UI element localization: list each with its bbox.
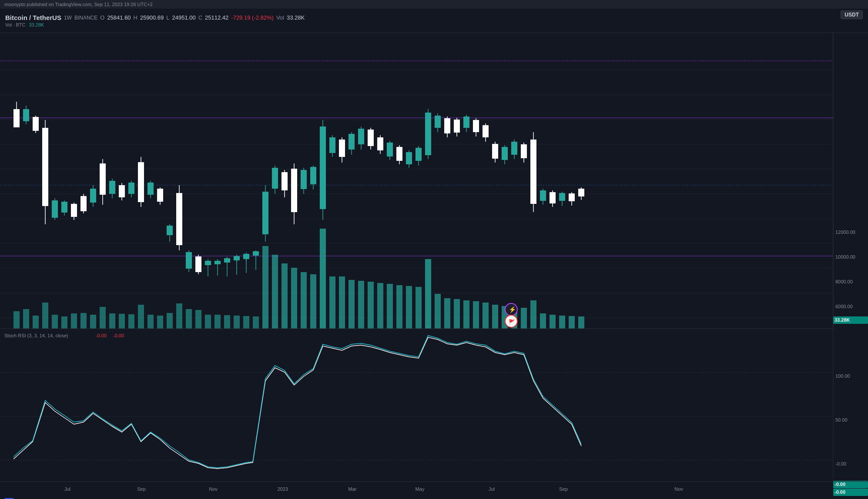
publisher-bar: moonypto published on TradingView.com, S… [0,0,868,9]
svg-rect-181 [128,314,134,329]
svg-rect-3 [0,33,868,499]
svg-rect-187 [186,309,192,329]
svg-text:Nov: Nov [674,486,683,492]
open-label: O [100,14,104,21]
svg-text:Jul: Jul [489,486,495,492]
svg-rect-172 [42,303,48,329]
svg-text:Sep: Sep [137,486,146,492]
svg-rect-80 [176,193,182,245]
svg-rect-189 [205,315,211,329]
svg-rect-199 [301,272,307,329]
svg-text:-0.00: -0.00 [835,461,846,466]
svg-text:Jul: Jul [64,486,70,492]
svg-rect-68 [119,185,125,197]
svg-text:10000.00: 10000.00 [835,254,855,259]
svg-rect-142 [454,120,460,133]
svg-text:Nov: Nov [209,486,218,492]
svg-text:6000.00: 6000.00 [835,304,853,309]
svg-rect-203 [339,276,345,329]
svg-text:🚩: 🚩 [509,319,515,325]
svg-rect-156 [521,144,527,158]
vol-label: Vol [276,14,284,21]
svg-rect-164 [559,193,565,201]
svg-text:Sep: Sep [559,486,568,492]
svg-rect-210 [406,286,412,329]
svg-rect-224 [540,313,546,329]
info-bar: Bitcoin / TetherUS 1W BINANCE O 25841.60… [0,9,868,33]
svg-text:⚡: ⚡ [509,306,516,313]
svg-rect-146 [473,120,479,132]
svg-rect-150 [492,144,498,159]
open-value: 25841.60 [107,14,131,21]
svg-rect-184 [157,316,163,329]
svg-rect-174 [61,316,67,329]
svg-rect-245 [833,329,868,499]
svg-rect-82 [186,252,192,269]
svg-rect-175 [71,313,77,329]
svg-rect-228 [578,316,584,329]
svg-rect-74 [147,183,154,195]
vol-value: 33.28K [287,14,305,21]
svg-rect-84 [195,256,201,272]
svg-rect-86 [205,261,211,265]
svg-rect-58 [71,204,77,217]
svg-rect-214 [444,298,450,329]
svg-rect-120 [349,134,355,150]
svg-text:-0.00: -0.00 [113,333,124,338]
svg-rect-152 [502,147,508,160]
svg-rect-182 [138,305,144,329]
svg-rect-70 [128,183,134,194]
close-label: C [198,14,202,21]
svg-rect-60 [80,196,87,211]
svg-rect-148 [483,125,489,137]
symbol-name: Bitcoin / TetherUS [5,14,61,21]
exchange: BINANCE [74,15,97,21]
high-value: 25900.69 [140,14,164,21]
svg-rect-72 [138,162,144,202]
svg-text:12000.00: 12000.00 [835,230,855,235]
price-change: -729.19 (-2.82%) [231,14,274,21]
svg-rect-118 [339,140,345,157]
svg-rect-186 [176,303,182,329]
svg-rect-191 [224,315,230,329]
svg-rect-198 [291,268,297,329]
svg-text:50.00: 50.00 [835,417,848,422]
svg-rect-48 [23,109,29,121]
svg-rect-218 [483,303,489,329]
svg-rect-76 [157,189,163,202]
low-value: 24951.00 [172,14,195,21]
svg-rect-138 [435,116,441,128]
svg-rect-179 [109,313,115,329]
svg-rect-215 [454,299,460,329]
svg-rect-144 [463,116,469,128]
svg-rect-197 [282,263,288,329]
publisher-text: moonypto published on TradingView.com, S… [4,2,153,7]
svg-rect-222 [521,308,527,329]
main-chart-svg: 36000.00 34000.00 32000.00 30000.00 2800… [0,33,868,499]
svg-rect-166 [569,193,575,201]
svg-rect-56 [61,202,67,213]
svg-rect-192 [234,316,240,329]
svg-rect-116 [329,137,335,153]
svg-rect-193 [243,316,249,329]
svg-rect-128 [387,143,393,156]
svg-rect-178 [100,307,106,329]
svg-rect-216 [463,300,469,329]
svg-rect-46 [13,109,20,127]
svg-rect-108 [291,169,297,212]
timeframe: 1W [64,15,72,21]
svg-rect-212 [425,259,431,329]
svg-rect-176 [80,313,87,329]
svg-text:Mar: Mar [349,486,357,492]
svg-rect-194 [253,316,259,329]
svg-rect-112 [310,167,316,184]
svg-rect-188 [195,310,201,329]
svg-rect-205 [358,281,364,329]
svg-rect-204 [349,280,355,329]
svg-rect-225 [550,315,556,329]
svg-rect-158 [530,140,536,204]
vol-btc-label: Vol · BTC [5,22,25,27]
svg-rect-201 [320,229,326,329]
svg-rect-209 [396,285,402,329]
svg-rect-102 [262,192,268,234]
